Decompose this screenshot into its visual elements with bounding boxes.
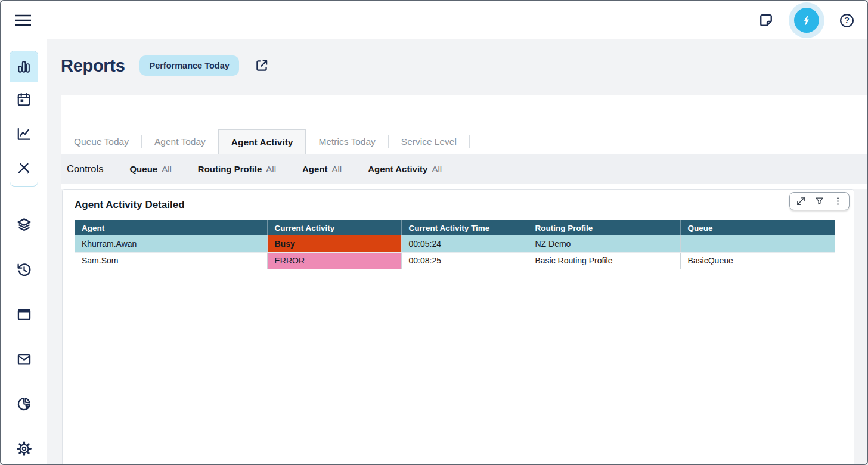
help-icon: ? [839, 13, 855, 29]
filter-value: All [162, 164, 172, 174]
sidebar-item-layers[interactable] [1, 216, 47, 233]
cell-activity-time: 00:05:24 [401, 235, 528, 252]
filter-name: Queue [129, 164, 157, 174]
note-button[interactable] [758, 12, 774, 29]
filter-agent-activity[interactable]: Agent ActivityAll [368, 164, 442, 175]
line-chart-icon [16, 126, 32, 142]
tab-queue-today[interactable]: Queue Today [61, 129, 141, 154]
sidebar-report-group [10, 51, 38, 187]
more-options-button[interactable] [833, 196, 843, 206]
topbar: ? [1, 1, 867, 39]
filter-value: All [432, 164, 442, 174]
external-link-icon [254, 58, 269, 73]
calendar-icon [16, 92, 32, 107]
pie-chart-icon [16, 396, 32, 412]
column-header-routing-profile: Routing Profile [528, 220, 680, 235]
table-row: Khurram.Awan Busy 00:05:24 NZ Demo [75, 235, 835, 252]
filter-value: All [266, 164, 276, 174]
report-title: Agent Activity Detailed [75, 199, 185, 211]
tab-service-level[interactable]: Service Level [389, 129, 469, 154]
cell-queue: BasicQueue [680, 252, 835, 269]
filter-name: Agent [302, 164, 328, 174]
report-tabs: Queue Today Agent Today Agent Activity M… [61, 129, 867, 154]
filter-agent[interactable]: AgentAll [302, 164, 342, 175]
controls-bar: Controls QueueAll Routing ProfileAll Age… [61, 154, 867, 184]
design-icon [16, 161, 32, 176]
filter-icon [814, 196, 824, 206]
history-icon [16, 262, 32, 278]
column-header-current-activity-time: Current Activity Time [401, 220, 528, 235]
lightning-icon [800, 14, 813, 27]
table-header-row: Agent Current Activity Current Activity … [75, 220, 835, 235]
sidebar-item-analytics[interactable] [10, 117, 38, 151]
tab-divider [469, 135, 470, 148]
topbar-actions: ? [758, 1, 855, 39]
sidebar-item-history[interactable] [1, 261, 47, 278]
column-header-agent: Agent [75, 220, 267, 235]
report-card: Agent Activity Detailed [62, 189, 854, 465]
sidebar-item-pie-reports[interactable] [1, 395, 47, 412]
column-header-current-activity: Current Activity [267, 220, 401, 235]
filter-routing-profile[interactable]: Routing ProfileAll [198, 164, 276, 175]
mail-icon [16, 351, 32, 367]
table-row: Sam.Som ERROR 00:08:25 Basic Routing Pro… [75, 252, 835, 269]
sidebar-item-window[interactable] [1, 306, 47, 323]
sidebar-item-settings[interactable] [1, 440, 47, 457]
report-badge[interactable]: Performance Today [140, 55, 238, 76]
sidebar [1, 39, 47, 464]
controls-label: Controls [67, 163, 103, 175]
cell-current-activity: Busy [267, 235, 401, 252]
cell-agent: Khurram.Awan [75, 235, 267, 252]
cell-queue [680, 235, 835, 252]
bar-chart-icon [16, 59, 32, 75]
filter-name: Routing Profile [198, 164, 262, 174]
svg-text:?: ? [844, 16, 850, 25]
filter-queue[interactable]: QueueAll [129, 164, 171, 175]
note-icon [758, 12, 774, 29]
sidebar-item-design[interactable] [10, 151, 38, 186]
lightning-button-halo [789, 2, 824, 38]
page-title: Reports [61, 56, 125, 76]
column-header-queue: Queue [680, 220, 835, 235]
sidebar-item-mail[interactable] [1, 351, 47, 367]
tab-agent-today[interactable]: Agent Today [142, 129, 218, 154]
app-window: ? [0, 0, 868, 465]
kebab-icon [833, 196, 843, 206]
content-area: Reports Performance Today Queue Today Ag… [47, 39, 867, 464]
tab-metrics-today[interactable]: Metrics Today [306, 129, 388, 154]
settings-icon [16, 441, 32, 457]
cell-routing-profile: Basic Routing Profile [528, 252, 680, 269]
cell-activity-time: 00:08:25 [401, 252, 528, 269]
layers-icon [16, 217, 32, 233]
window-icon [16, 306, 32, 323]
card-toolbar [789, 192, 850, 210]
expand-button[interactable] [796, 196, 806, 206]
external-link-button[interactable] [254, 58, 269, 73]
filter-value: All [331, 164, 342, 174]
tab-agent-activity[interactable]: Agent Activity [218, 129, 306, 154]
help-button[interactable]: ? [839, 13, 855, 29]
page-header: Reports Performance Today [61, 55, 269, 76]
cell-current-activity: ERROR [267, 252, 401, 269]
filter-name: Agent Activity [368, 164, 427, 174]
expand-icon [796, 196, 806, 206]
agent-activity-table: Agent Current Activity Current Activity … [75, 220, 835, 269]
hamburger-icon [14, 12, 33, 29]
menu-button[interactable] [14, 11, 33, 29]
report-panel: Queue Today Agent Today Agent Activity M… [61, 95, 867, 189]
filter-button[interactable] [814, 196, 824, 206]
sidebar-item-reports[interactable] [10, 51, 38, 82]
cell-routing-profile: NZ Demo [528, 235, 680, 252]
cell-agent: Sam.Som [75, 252, 267, 269]
sidebar-item-schedule[interactable] [10, 82, 38, 117]
lightning-button[interactable] [794, 8, 819, 33]
